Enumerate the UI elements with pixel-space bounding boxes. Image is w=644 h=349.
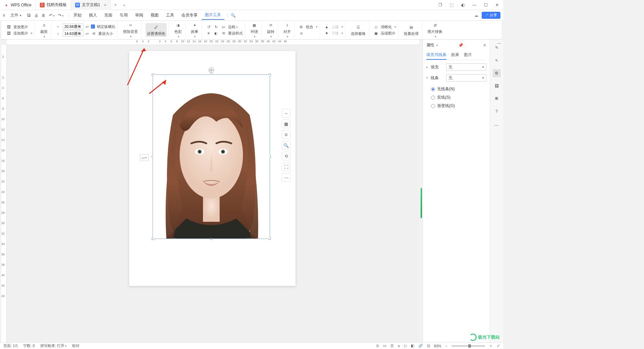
view-focus-icon[interactable]: ⊙ xyxy=(376,344,379,348)
color-button[interactable]: ◑色彩 xyxy=(173,21,183,39)
status-proof[interactable]: 校对 xyxy=(72,343,79,348)
menu-view[interactable]: 视图 xyxy=(147,11,162,19)
height-input[interactable] xyxy=(63,31,84,37)
contrast-icon[interactable]: ◐ xyxy=(213,31,219,36)
reset-size-button[interactable]: 重设大小 xyxy=(98,31,113,36)
rotate-left-icon[interactable]: ↺ xyxy=(206,24,211,30)
close-button[interactable]: ✕ xyxy=(494,2,500,8)
pin-icon[interactable]: 📌 xyxy=(458,43,463,48)
print-icon[interactable]: 🖨 xyxy=(34,13,38,18)
tab-add-button[interactable]: ＋ xyxy=(111,2,120,8)
selected-image[interactable]: ⟳ xyxy=(153,74,270,239)
menu-start[interactable]: 开始 xyxy=(70,11,85,19)
rail-help-icon[interactable]: ? xyxy=(493,107,501,115)
change-image-button[interactable]: 🖼更改图片 xyxy=(6,24,33,30)
zoom-out-button[interactable]: − xyxy=(445,344,447,348)
menu-insert[interactable]: 插入 xyxy=(86,11,100,19)
rail-more-icon[interactable]: ⋯ xyxy=(493,121,501,130)
close-panel-icon[interactable]: ✕ xyxy=(483,43,486,48)
layout-options-chip[interactable]: ▭ xyxy=(140,154,149,161)
convert-button[interactable]: ⇄图片转换 xyxy=(426,21,444,39)
menu-reference[interactable]: 引用 xyxy=(116,11,131,19)
line-opt-none[interactable]: 无线条(N) xyxy=(426,85,486,93)
menu-picture-tools[interactable]: 图片工具 xyxy=(202,11,224,20)
qt-collapse-icon[interactable]: – xyxy=(282,109,290,117)
file-menu[interactable]: 文件▾ xyxy=(8,12,23,18)
width-input[interactable] xyxy=(63,23,84,30)
qt-layout-icon[interactable]: ▦ xyxy=(282,119,290,128)
qt-crop-icon[interactable]: ⧈ xyxy=(282,130,290,139)
qt-more-icon[interactable]: ⋯ xyxy=(282,173,290,182)
ptab-effect[interactable]: 效果 xyxy=(451,51,459,60)
avatar-icon[interactable]: ◐ xyxy=(460,2,466,8)
view-link-icon[interactable]: 🔗 xyxy=(418,344,423,348)
search-icon[interactable]: 🔍 xyxy=(231,13,236,18)
sharpen-button[interactable]: ◇清晰化 xyxy=(373,24,396,30)
tab-wps-home[interactable]: ▲ WPS Office xyxy=(0,0,36,10)
rotate-button[interactable]: ⟳旋转 xyxy=(266,21,276,39)
view-web-icon[interactable]: ≡ xyxy=(398,344,400,348)
tab-menu-button[interactable] xyxy=(120,3,128,7)
lock-ratio-checkbox[interactable]: ✓ xyxy=(91,24,95,29)
status-words[interactable]: 字数: 0 xyxy=(23,343,35,348)
rail-select-icon[interactable]: ↖ xyxy=(493,56,501,64)
zoom-fit-icon[interactable]: ⊡ xyxy=(427,344,430,348)
selection-pane-button[interactable]: ☰选择窗格 xyxy=(350,23,367,37)
menu-page[interactable]: 页面 xyxy=(101,11,116,19)
multiwindow-icon[interactable]: ❐ xyxy=(437,2,443,8)
view-outline-icon[interactable]: ☰ xyxy=(390,344,394,348)
menu-member[interactable]: 会员专享 xyxy=(178,11,201,19)
reset-style-button[interactable]: 重设样式 xyxy=(228,31,243,36)
rail-tools-icon[interactable]: 🛠 xyxy=(493,95,501,103)
ptab-picture[interactable]: 图片 xyxy=(464,51,472,60)
document-canvas[interactable]: ▭ ⟳ xyxy=(7,45,419,342)
zoom-in-button[interactable]: ＋ xyxy=(489,343,493,348)
batch-button[interactable]: ▤批量处理 xyxy=(402,23,420,37)
line-opt-solid[interactable]: 实线(S) xyxy=(426,93,486,102)
rail-image-icon[interactable]: 🖼 xyxy=(493,82,501,90)
redo-icon[interactable]: ↷ xyxy=(58,13,64,18)
rotate-right-icon[interactable]: ↻ xyxy=(213,24,219,30)
view-draft-icon[interactable]: ◧ xyxy=(411,344,414,348)
status-page[interactable]: 页面: 1/1 xyxy=(3,343,18,348)
cloud-icon[interactable]: ☁ xyxy=(474,13,478,18)
view-read-icon[interactable]: ▷ xyxy=(404,344,407,348)
qt-reset-icon[interactable]: ⟲ xyxy=(282,152,290,160)
tab-templates[interactable]: D 找稻壳模板 xyxy=(36,0,71,10)
panel-collapse-icon[interactable]: — xyxy=(497,41,501,46)
zoom-value[interactable]: 80% xyxy=(434,344,441,348)
group-button[interactable]: ⧉组合 xyxy=(299,24,318,30)
effect-button[interactable]: ✦效果 xyxy=(190,21,200,39)
qt-zoom-icon[interactable]: 🔍 xyxy=(282,141,290,150)
undo-icon[interactable]: ↶ xyxy=(49,13,55,18)
wrap-button[interactable]: ▦环绕 xyxy=(249,21,259,39)
zoom-slider[interactable] xyxy=(451,345,485,347)
minimize-button[interactable]: — xyxy=(472,2,477,8)
preview-icon[interactable]: 🗎 xyxy=(42,13,46,18)
qt-fit-icon[interactable]: ⛶ xyxy=(282,162,290,171)
align-button[interactable]: ⫴对齐 xyxy=(282,21,292,39)
remove-bg-button[interactable]: ✂抠除背景 xyxy=(122,21,139,39)
fill-select[interactable]: 无▾ xyxy=(446,63,486,71)
fullscreen-icon[interactable]: ⤢ xyxy=(497,344,500,348)
brightness-icon[interactable]: ☀ xyxy=(206,31,211,36)
view-print-icon[interactable]: ▭ xyxy=(383,344,386,348)
app-menu-icon[interactable]: ≡ xyxy=(3,13,5,18)
set-transparent-button[interactable]: 🖉设置透明色 xyxy=(146,23,167,37)
rail-settings-icon[interactable]: ⚙ xyxy=(493,69,501,77)
line-opt-gradient[interactable]: 渐变线(G) xyxy=(426,102,486,110)
share-button[interactable]: ↗ 分享 xyxy=(482,12,500,19)
menu-review[interactable]: 审阅 xyxy=(132,11,147,19)
menu-tools[interactable]: 工具 xyxy=(163,11,177,19)
border-button[interactable]: 边框 xyxy=(228,24,238,30)
line-select[interactable]: 无▾ xyxy=(446,74,486,82)
status-spellcheck[interactable]: 拼写检查: 打开 xyxy=(40,343,67,348)
cube-icon[interactable]: ⬚ xyxy=(449,2,454,8)
tab-document[interactable]: W 文字文稿1 ● xyxy=(71,0,111,10)
add-image-button[interactable]: 🖼添加图片 xyxy=(6,31,33,36)
crop-button[interactable]: ⧈裁剪 xyxy=(39,21,49,39)
maximize-button[interactable]: ☐ xyxy=(483,2,488,8)
rotation-handle[interactable]: ⟳ xyxy=(209,67,214,73)
ptab-fill-line[interactable]: 填充与线条 xyxy=(426,51,446,60)
compress-button[interactable]: ▣压缩图片 xyxy=(373,31,396,36)
